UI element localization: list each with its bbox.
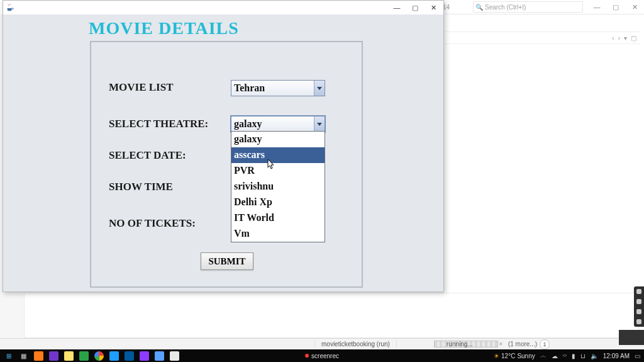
label-show-time: SHOW TIME: [109, 181, 173, 193]
chevron-down-icon: [314, 81, 325, 96]
theatre-combo-value: galaxy: [231, 118, 314, 130]
theatre-combo[interactable]: galaxy: [231, 116, 325, 132]
sun-icon: ☀: [494, 353, 499, 359]
theatre-option[interactable]: PVR: [231, 163, 325, 179]
start-menu-icon[interactable]: ⊞: [4, 351, 13, 361]
screenrec-cam-icon: [636, 299, 641, 304]
java-minimize-button[interactable]: —: [388, 2, 406, 13]
nav-back-icon[interactable]: ‹: [612, 35, 614, 42]
ide-search-input[interactable]: 🔍 Search (Ctrl+I): [473, 1, 583, 13]
theatre-option[interactable]: srivishnu: [231, 179, 325, 195]
app-icon[interactable]: [125, 351, 134, 361]
battery-icon[interactable]: ▮: [572, 353, 575, 359]
bluetooth-icon[interactable]: ⌔: [563, 353, 567, 359]
status-running: running...: [440, 341, 479, 348]
ide-close-button[interactable]: ✕: [625, 0, 644, 14]
weather-temp: 12°C: [501, 353, 515, 359]
volume-icon[interactable]: 🔈: [591, 353, 598, 359]
theatre-option[interactable]: asscars: [231, 147, 325, 163]
netbeans-icon[interactable]: [155, 351, 164, 361]
theatre-dropdown-list[interactable]: galaxy asscars PVR srivishnu Delhi Xp IT…: [231, 131, 325, 242]
java-cup-icon: [6, 3, 14, 12]
app-icon[interactable]: [79, 351, 89, 361]
status-notifications[interactable]: 1: [540, 339, 550, 349]
nav-box-icon[interactable]: ▢: [631, 35, 636, 42]
java-close-button[interactable]: ✕: [425, 2, 442, 13]
task-view-icon[interactable]: ▦: [19, 351, 28, 361]
java-maximize-button[interactable]: ▢: [406, 2, 424, 13]
java-window-body: MOVIE DETAILS MOVIE LIST SELECT THEATRE:…: [3, 14, 443, 291]
submit-button-label: SUBMIT: [208, 256, 245, 267]
ide-editor-toolbar: ‹ › ▾ ▢: [445, 31, 640, 44]
taskbar-pinned-apps: ⊞ ▦: [0, 351, 179, 361]
weather-widget[interactable]: ☀ 12°C Sunny: [494, 353, 535, 359]
cloud-icon[interactable]: ☁: [552, 353, 558, 359]
theatre-option[interactable]: Delhi Xp: [231, 195, 325, 210]
movie-list-value: Tehran: [231, 82, 314, 94]
wifi-icon[interactable]: ⊔: [580, 353, 586, 359]
clock[interactable]: 12:09 AM: [603, 353, 630, 359]
status-more-close-icon[interactable]: ×: [499, 341, 502, 348]
weather-text: Sunny: [517, 353, 535, 359]
label-theatre: SELECT THEATRE:: [109, 118, 208, 130]
label-date: SELECT DATE:: [109, 149, 186, 162]
ide-search-placeholder: Search (Ctrl+I): [485, 4, 526, 11]
status-project: movieticketbooking (run): [314, 341, 397, 348]
record-dot-icon: [305, 354, 309, 358]
edge-icon[interactable]: [109, 351, 119, 361]
explorer-icon[interactable]: [64, 351, 74, 361]
windows-taskbar[interactable]: ⊞ ▦ screenrec ☀ 12°C Sunny ︿ ☁ ⌔ ▮ ⊔ 🔈 1…: [0, 349, 644, 362]
label-tickets: NO OF TICKETS:: [109, 217, 196, 230]
nav-forward-icon[interactable]: ›: [618, 35, 620, 42]
theatre-option[interactable]: galaxy: [231, 132, 325, 147]
screenrec-dot-icon: [636, 289, 641, 294]
ide-minimize-button[interactable]: —: [587, 0, 606, 14]
decode-watermark: [619, 330, 644, 345]
app-icon[interactable]: [49, 351, 58, 361]
taskbar-center: screenrec: [305, 353, 339, 359]
java-window: — ▢ ✕ MOVIE DETAILS MOVIE LIST SELECT TH…: [3, 0, 444, 292]
status-more-text: (1 more...): [508, 341, 537, 348]
screenrec-side-panel[interactable]: [634, 286, 644, 327]
notifications-icon[interactable]: ▭: [635, 353, 640, 359]
chrome-icon[interactable]: [94, 351, 104, 361]
ide-maximize-button[interactable]: ▢: [606, 0, 625, 14]
screenrec-gear-icon: [636, 319, 641, 324]
java-titlebar[interactable]: — ▢ ✕: [3, 1, 443, 15]
mouse-cursor-icon: [267, 159, 276, 170]
app-icon[interactable]: [140, 351, 149, 361]
search-icon: 🔍: [475, 4, 483, 11]
status-more[interactable]: × (1 more...): [499, 341, 537, 348]
screenrec-label[interactable]: screenrec: [311, 353, 339, 359]
ide-status-bar: movieticketbooking (run) running... × (1…: [0, 338, 644, 349]
chevron-up-icon[interactable]: ︿: [540, 351, 547, 360]
label-movie-list: MOVIE LIST: [109, 81, 174, 94]
movie-list-combo[interactable]: Tehran: [231, 80, 325, 96]
chevron-down-icon: [314, 116, 325, 132]
ide-window-controls: — ▢ ✕: [587, 0, 644, 14]
taskbar-systray: ☀ 12°C Sunny ︿ ☁ ⌔ ▮ ⊔ 🔈 12:09 AM ▭: [494, 351, 640, 360]
submit-button[interactable]: SUBMIT: [201, 252, 253, 270]
ide-editor-area: [24, 293, 639, 338]
nav-dropdown-icon[interactable]: ▾: [624, 35, 627, 42]
java-app-icon[interactable]: [170, 351, 179, 361]
theatre-option[interactable]: IT World: [231, 210, 325, 226]
theatre-option[interactable]: Vm: [231, 226, 325, 242]
firefox-icon[interactable]: [34, 351, 43, 361]
screenrec-stop-icon: [636, 309, 641, 314]
page-title: MOVIE DETAILS: [89, 18, 239, 38]
movie-details-form: MOVIE LIST SELECT THEATRE: SELECT DATE: …: [90, 41, 363, 288]
